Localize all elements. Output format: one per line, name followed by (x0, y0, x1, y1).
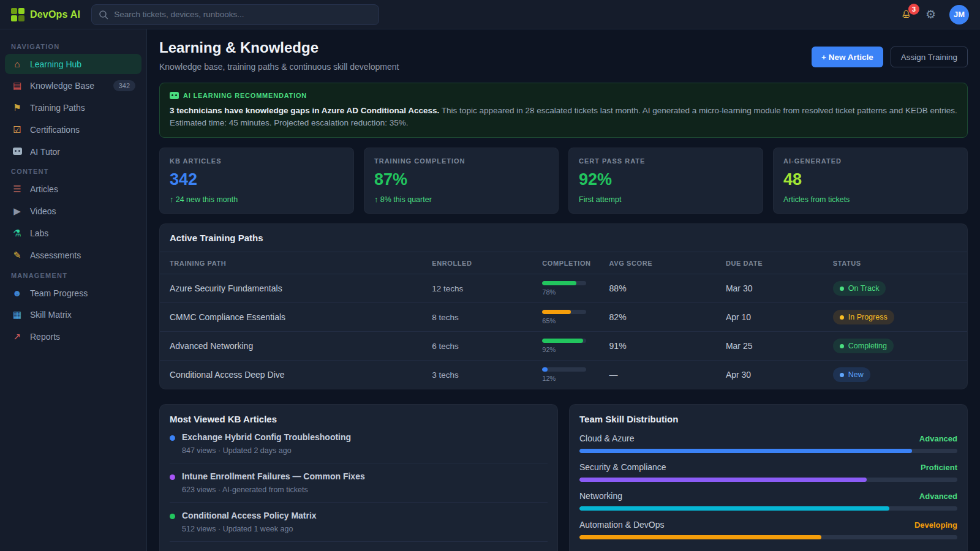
stat-value: 87% (374, 170, 548, 189)
stat-card-cert-pass-rate: CERT PASS RATE 92% First attempt (568, 148, 763, 214)
assign-training-button[interactable]: Assign Training (891, 47, 968, 67)
sidebar-item-certifications[interactable]: ☑ Certifications (5, 119, 141, 140)
completion-percent: 78% (542, 288, 609, 296)
skill-progress-bar (579, 478, 957, 482)
column-header: ENROLLED (432, 260, 542, 267)
search-icon (99, 10, 108, 20)
main-content: Learning & Knowledge Knowledge base, tra… (147, 29, 980, 551)
skill-label: Networking (579, 491, 622, 501)
app-logo: DevOps AI (11, 8, 80, 21)
stat-label: CERT PASS RATE (579, 157, 753, 165)
table-row[interactable]: CMMC Compliance Essentials 8 techs 65% 8… (160, 303, 967, 332)
due-date: Apr 30 (726, 370, 833, 380)
kb-article-item[interactable]: Exchange Hybrid Config Troubleshooting 8… (170, 424, 548, 463)
sidebar-item-label: Reports (30, 332, 60, 342)
skill-level: Advanced (919, 434, 957, 443)
sidebar-item-ai-tutor[interactable]: AI Tutor (5, 141, 141, 162)
stat-value: 342 (170, 170, 344, 189)
global-search (91, 4, 379, 25)
skills-panel-title: Team Skill Distribution (579, 414, 957, 424)
table-header: TRAINING PATH ENROLLED COMPLETION AVG SC… (160, 252, 967, 274)
article-title: Exchange Hybrid Config Troubleshooting (182, 432, 351, 442)
kb-article-item[interactable]: Intune Enrollment Failures — Common Fixe… (170, 463, 548, 503)
sidebar-item-knowledge-base[interactable]: ▤ Knowledge Base 342 (5, 75, 141, 96)
kb-article-item[interactable]: CMMC Level 2 Evidence Collection Guide 4… (170, 542, 548, 551)
sidebar-item-skill-matrix[interactable]: ▦ Skill Matrix (5, 304, 141, 325)
ai-banner-bold-text: 3 technicians have knowledge gaps in Azu… (170, 106, 439, 115)
sidebar-item-label: Videos (30, 206, 56, 216)
bar-chart-icon: ▦ (11, 309, 23, 320)
people-icon: ☻ (11, 288, 23, 298)
memo-pencil-icon: ✎ (11, 250, 23, 261)
topbar: DevOps AI 🕭 3 ⚙ JM (0, 0, 980, 29)
article-meta: 847 views · Updated 2 days ago (182, 446, 351, 455)
sidebar-item-labs[interactable]: ⚗ Labs (5, 223, 141, 244)
column-header: COMPLETION (542, 260, 609, 267)
skill-row-security-compliance: Security & Compliance Proficient (579, 462, 957, 482)
training-path-name: Advanced Networking (170, 341, 432, 351)
status-badge: On Track (833, 281, 886, 296)
status-badge: New (833, 367, 870, 382)
article-dot (170, 474, 175, 480)
completion-percent: 65% (542, 317, 609, 324)
sidebar-item-training-paths[interactable]: ⚑ Training Paths (5, 97, 141, 118)
books-icon: ▤ (11, 80, 23, 91)
sidebar-item-label: Certifications (30, 125, 80, 135)
due-date: Mar 25 (726, 341, 833, 351)
column-header: TRAINING PATH (170, 260, 432, 267)
sidebar-item-assessments[interactable]: ✎ Assessments (5, 245, 141, 266)
kb-article-item[interactable]: Conditional Access Policy Matrix 512 vie… (170, 503, 548, 542)
enrolled-count: 8 techs (432, 313, 542, 322)
stat-label: TRAINING COMPLETION (374, 157, 548, 165)
stat-sub: ↑ 24 new this month (170, 195, 344, 204)
skill-progress-bar (579, 506, 957, 511)
skill-progress-bar (579, 535, 957, 539)
due-date: Apr 10 (726, 312, 833, 322)
page-title: Learning & Knowledge (159, 39, 399, 56)
sidebar-item-learning-hub[interactable]: ⌂ Learning Hub (5, 54, 141, 74)
sidebar: NAVIGATION ⌂ Learning Hub ▤ Knowledge Ba… (0, 29, 147, 551)
article-title: Intune Enrollment Failures — Common Fixe… (182, 471, 365, 481)
completion-progress-bar (542, 339, 586, 343)
test-tube-icon: ⚗ (11, 228, 23, 239)
training-paths-title: Active Training Paths (160, 224, 967, 252)
sidebar-item-videos[interactable]: ▶ Videos (5, 201, 141, 222)
skill-label: Automation & DevOps (579, 520, 665, 530)
stat-card-training-completion: TRAINING COMPLETION 87% ↑ 8% this quarte… (364, 148, 559, 214)
notifications-button[interactable]: 🕭 3 (901, 8, 912, 21)
training-path-name: Azure Security Fundamentals (170, 283, 432, 293)
article-dot (170, 514, 175, 519)
stat-value: 48 (783, 170, 957, 189)
sidebar-item-label: Skill Matrix (30, 310, 72, 320)
stat-label: AI-GENERATED (783, 157, 957, 165)
stat-label: KB ARTICLES (170, 157, 344, 165)
book-open-icon: ☰ (11, 184, 23, 195)
most-viewed-kb-panel: Most Viewed KB Articles Exchange Hybrid … (159, 404, 558, 551)
table-row[interactable]: Advanced Networking 6 techs 92% 91% Mar … (160, 332, 967, 361)
completion-progress-bar (542, 310, 586, 314)
skill-label: Security & Compliance (579, 462, 666, 472)
search-input[interactable] (91, 4, 379, 25)
sidebar-section-content: CONTENT (5, 163, 141, 179)
settings-gear-icon[interactable]: ⚙ (925, 7, 936, 21)
table-row[interactable]: Conditional Access Deep Dive 3 techs 12%… (160, 361, 967, 389)
table-row[interactable]: Azure Security Fundamentals 12 techs 78%… (160, 274, 967, 303)
training-path-name: Conditional Access Deep Dive (170, 370, 432, 380)
due-date: Mar 30 (726, 283, 833, 293)
ai-recommendation-banner: AI LEARNING RECOMMENDATION 3 technicians… (159, 83, 968, 138)
skill-row-automation-devops: Automation & DevOps Developing (579, 520, 957, 539)
sidebar-item-team-progress[interactable]: ☻ Team Progress (5, 283, 141, 303)
user-avatar[interactable]: JM (949, 5, 969, 24)
stat-card-kb-articles: KB ARTICLES 342 ↑ 24 new this month (159, 148, 354, 214)
sidebar-item-label: Learning Hub (30, 59, 81, 69)
sidebar-item-reports[interactable]: ↗ Reports (5, 326, 141, 347)
sidebar-section-navigation: NAVIGATION (5, 38, 141, 54)
sidebar-item-label: Team Progress (30, 288, 88, 298)
sidebar-item-articles[interactable]: ☰ Articles (5, 179, 141, 200)
completion-percent: 92% (542, 346, 609, 353)
skill-level: Developing (914, 520, 957, 530)
status-badge: Completing (833, 339, 894, 353)
enrolled-count: 3 techs (432, 370, 542, 380)
stat-value: 92% (579, 170, 753, 189)
new-article-button[interactable]: + New Article (812, 47, 883, 67)
